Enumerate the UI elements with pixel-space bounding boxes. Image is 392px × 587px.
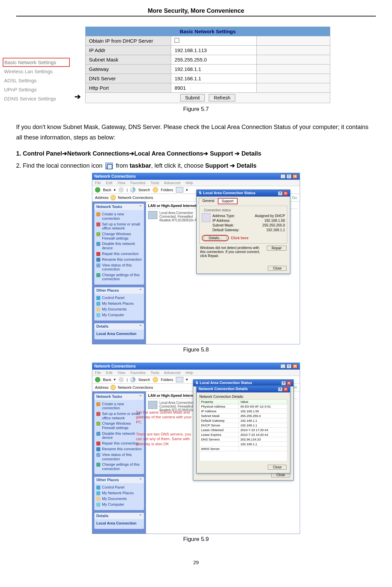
- nav-basic-network[interactable]: Basic Network Settings: [3, 58, 70, 67]
- tab-support[interactable]: Support: [218, 198, 238, 204]
- maximize-icon[interactable]: □: [286, 364, 292, 369]
- repair-button[interactable]: Repair: [267, 246, 287, 251]
- folders-label[interactable]: Folders: [161, 188, 173, 192]
- menu-favorites[interactable]: Favorites: [131, 181, 146, 185]
- row-ip-label: IP Addr: [86, 46, 171, 55]
- menu-file[interactable]: File: [95, 181, 101, 185]
- row-dns-label: DNS Server: [86, 74, 171, 83]
- forward-icon[interactable]: [118, 377, 124, 382]
- maximize-icon[interactable]: □: [286, 174, 292, 179]
- task-change-settings[interactable]: Change settings of this connection: [96, 272, 142, 282]
- place-my-computer[interactable]: My Computer: [96, 312, 142, 318]
- nav-ddns[interactable]: DDNS Service Settings: [3, 94, 70, 103]
- refresh-button[interactable]: Refresh: [209, 94, 235, 101]
- row-gateway-label: Gateway: [86, 65, 171, 74]
- nav-wireless[interactable]: Wireless Lan Settings: [3, 67, 70, 76]
- back-icon[interactable]: [95, 187, 100, 193]
- connection-status-dialog: ⇅Local Area Connection Status ?✕ General…: [196, 190, 290, 274]
- place-control-panel[interactable]: Control Panel: [96, 295, 142, 301]
- submit-button[interactable]: Submit: [180, 94, 205, 101]
- row-port-value[interactable]: 8901: [171, 83, 257, 93]
- task-status[interactable]: View status of this connection: [96, 262, 142, 272]
- row-ip-value[interactable]: 192.168.1.113: [171, 46, 257, 55]
- dialog-title: ⇅Local Area Connection Status: [199, 191, 255, 196]
- views-icon[interactable]: [176, 377, 183, 382]
- nav-upnp[interactable]: UPnP Settings: [3, 85, 70, 94]
- page-number: 29: [16, 559, 376, 565]
- details-button-highlight: Details...: [202, 235, 229, 241]
- task-repair[interactable]: Repair this connection: [96, 251, 142, 257]
- dialog-close-icon[interactable]: ✕: [283, 387, 288, 391]
- close-icon[interactable]: ✕: [292, 174, 298, 179]
- task-create-connection[interactable]: Create a new connection: [96, 211, 142, 221]
- sidebar-network-tasks-title: Network Tasks⌃: [94, 204, 144, 210]
- views-icon[interactable]: [176, 187, 183, 193]
- row-gateway-value[interactable]: 192.168.1.1: [171, 65, 257, 74]
- details-close-button[interactable]: Close: [268, 465, 287, 470]
- window-menubar: File Edit View Favorites Tools Advanced …: [92, 180, 300, 186]
- task-setup-network[interactable]: Set up a home or small office network: [96, 221, 142, 231]
- search-label[interactable]: Search: [138, 188, 150, 192]
- basic-network-settings-table: Basic Network Settings Obtain IP from DH…: [85, 27, 330, 103]
- figure-5-9-caption: Figure 5.9: [16, 536, 376, 543]
- connection-taskbar-icon: [105, 163, 113, 169]
- menu-tools[interactable]: Tools: [151, 181, 159, 185]
- page-header-title: More Security, More Convenience: [16, 7, 376, 16]
- nav-adsl[interactable]: ADSL Settings: [3, 76, 70, 85]
- menu-view[interactable]: View: [117, 181, 126, 185]
- window-content: LAN or High-Speed Internet Local Area Co…: [146, 202, 300, 344]
- details-dialog-title: Network Connection Details: [199, 387, 248, 391]
- window-title: Network Connections: [94, 364, 136, 369]
- row-subnet-value[interactable]: 255.255.255.0: [171, 55, 257, 65]
- place-network-places[interactable]: My Network Places: [96, 301, 142, 306]
- dialog-help-icon[interactable]: ?: [278, 387, 283, 391]
- task-rename[interactable]: Rename this connection: [96, 257, 142, 262]
- row-dhcp-value[interactable]: [171, 36, 257, 46]
- place-my-documents[interactable]: My Documents: [96, 306, 142, 312]
- window-titlebar: Network Connections _ □ ✕: [92, 173, 300, 180]
- figure-5-7-caption: Figure 5.7: [16, 106, 376, 113]
- dialog-help-icon[interactable]: ?: [278, 191, 283, 196]
- connection-details-table: PropertyValue Physical Address00-E0-D0-0…: [199, 399, 287, 461]
- row-port-label: Http Port: [86, 83, 171, 93]
- back-label[interactable]: Back: [103, 188, 111, 192]
- tab-general[interactable]: General: [199, 198, 218, 204]
- close-button[interactable]: Close: [268, 266, 287, 271]
- close-icon[interactable]: ✕: [292, 364, 298, 369]
- address-label: Address: [95, 196, 108, 200]
- arrow-right-icon: ➔: [75, 92, 81, 101]
- menu-edit[interactable]: Edit: [106, 181, 112, 185]
- annotation-dns-servers: There are two DNS servers, you can set a…: [136, 432, 195, 446]
- dialog-help-icon[interactable]: ?: [281, 381, 286, 385]
- figure-5-7: Basic Network Settings Wireless Lan Sett…: [3, 27, 376, 103]
- window-title: Network Connections: [94, 174, 136, 179]
- back-icon[interactable]: [95, 377, 100, 382]
- lan-connection-icon: [148, 401, 157, 409]
- minimize-icon[interactable]: _: [280, 364, 286, 369]
- details-label: Network Connection Details:: [197, 392, 290, 399]
- folders-icon[interactable]: [153, 187, 158, 193]
- sidebar-details-title: Details⌃: [94, 323, 144, 330]
- task-disable[interactable]: Disable this network device: [96, 241, 142, 251]
- row-dns-value[interactable]: 192.168.1.1: [171, 74, 257, 83]
- figure-5-8-caption: Figure 5.8: [16, 346, 376, 353]
- annotation-subnet-gateway: Set the same Subnet Mask and gateway of …: [136, 410, 195, 424]
- click-here-annotation: Click here: [231, 236, 249, 240]
- address-icon: [110, 385, 116, 390]
- task-firewall[interactable]: Change Windows Firewall settings: [96, 231, 142, 241]
- connection-details-dialog: Network Connection Details ?✕ Network Co…: [196, 385, 290, 473]
- window-controls: _ □ ✕: [280, 174, 298, 179]
- paragraph-intro: If you don't know Subnet Mask, Gateway, …: [16, 122, 376, 142]
- address-value[interactable]: Network Connections: [118, 196, 153, 200]
- details-button[interactable]: Details...: [204, 236, 227, 241]
- folders-icon[interactable]: [153, 377, 158, 382]
- dhcp-checkbox-icon[interactable]: [175, 38, 179, 43]
- dialog-close-icon[interactable]: ✕: [283, 191, 288, 196]
- minimize-icon[interactable]: _: [280, 174, 286, 179]
- menu-advanced[interactable]: Advanced: [164, 181, 181, 185]
- search-icon[interactable]: [130, 377, 136, 382]
- search-icon[interactable]: [130, 187, 136, 193]
- forward-icon[interactable]: [118, 187, 124, 193]
- dialog-close-icon[interactable]: ✕: [287, 381, 291, 385]
- menu-help[interactable]: Help: [186, 181, 193, 185]
